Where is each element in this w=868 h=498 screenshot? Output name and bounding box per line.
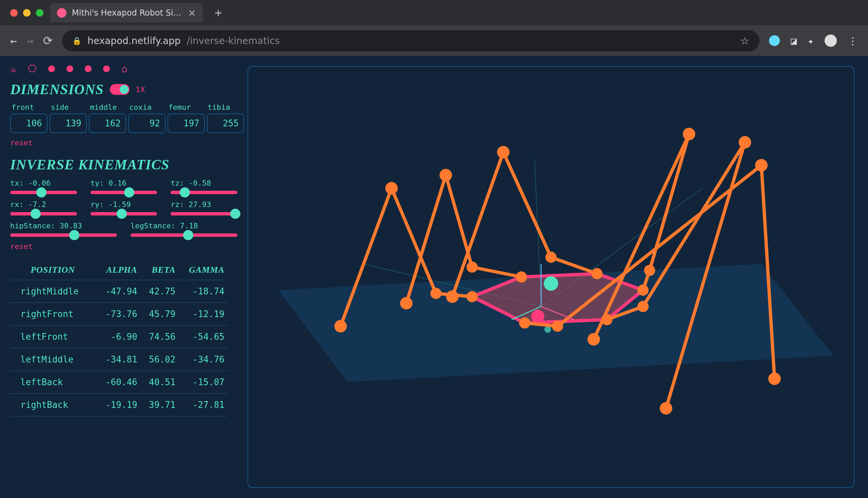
nav-dot[interactable] xyxy=(66,65,73,72)
svg-point-0 xyxy=(468,293,476,301)
close-window-icon[interactable] xyxy=(10,9,18,17)
svg-point-6 xyxy=(441,170,450,180)
slider-track-tx[interactable] xyxy=(10,191,77,194)
slider-thumb[interactable] xyxy=(36,187,47,197)
dimensions-title: Dimensions 1x xyxy=(10,81,237,97)
star-icon[interactable]: ☆ xyxy=(740,35,749,47)
dimensions-reset-link[interactable]: reset xyxy=(10,139,33,147)
url-input[interactable]: 🔒 hexapod.netlify.app/inverse-kinematics… xyxy=(62,30,760,52)
head-marker xyxy=(531,310,545,323)
nav-row: ☕ ⎔ ⌂ xyxy=(10,63,237,75)
col-alpha: alpha xyxy=(95,260,140,280)
github-icon[interactable]: ⎔ xyxy=(28,63,37,75)
svg-point-10 xyxy=(499,148,508,157)
browser-tab[interactable]: Mithi's Hexapod Robot Simulat × xyxy=(50,3,203,22)
svg-point-13 xyxy=(646,266,653,274)
svg-point-1 xyxy=(432,289,440,297)
extension-icon[interactable]: ◪ xyxy=(791,35,797,47)
slider-thumb[interactable] xyxy=(117,209,127,219)
nav-dot[interactable] xyxy=(48,65,55,72)
hexapod-svg xyxy=(248,67,854,487)
cell-beta: 40.51 xyxy=(140,371,178,394)
svg-point-11 xyxy=(448,292,457,301)
cell-gamma: -18.74 xyxy=(178,280,227,303)
svg-point-21 xyxy=(554,322,561,330)
dim-label-front: front xyxy=(12,103,41,112)
dim-input-front[interactable] xyxy=(10,114,48,133)
close-tab-icon[interactable]: × xyxy=(188,7,196,18)
minimize-window-icon[interactable] xyxy=(23,9,30,17)
slider-track-ry[interactable] xyxy=(90,212,157,215)
menu-icon[interactable]: ⋮ xyxy=(848,35,858,47)
nav-dot[interactable] xyxy=(103,65,110,72)
dim-input-femur[interactable] xyxy=(167,114,205,133)
new-tab-button[interactable]: + xyxy=(215,6,222,19)
dim-label-femur: femur xyxy=(168,103,199,112)
hexapod-3d-view[interactable] xyxy=(247,66,854,488)
col-beta: beta xyxy=(140,260,178,280)
slider-thumb[interactable] xyxy=(230,209,240,219)
forward-button[interactable]: → xyxy=(26,34,33,48)
table-row: leftFront-6.9074.56-54.65 xyxy=(10,326,227,348)
slider-row-translate: tx: -0.06 ty: 0.16 tz: -0.58 xyxy=(10,179,237,194)
table-row: leftMiddle-34.8156.02-34.76 xyxy=(10,348,227,371)
slider-ry: ry: -1.59 xyxy=(90,200,157,215)
dim-input-coxia[interactable] xyxy=(128,114,165,133)
cell-alpha: -47.94 xyxy=(95,280,140,303)
dim-input-side[interactable] xyxy=(50,114,87,133)
window-controls xyxy=(10,9,43,17)
profile-icon[interactable] xyxy=(825,35,837,47)
back-button[interactable]: ← xyxy=(10,34,17,48)
cell-beta: 45.79 xyxy=(140,303,178,326)
home-icon[interactable]: ⌂ xyxy=(122,63,127,75)
svg-point-18 xyxy=(740,137,749,147)
slider-track-legstance[interactable] xyxy=(130,233,237,237)
dim-input-middle[interactable] xyxy=(89,114,126,133)
nav-dot[interactable] xyxy=(85,65,91,72)
svg-point-4 xyxy=(518,273,525,281)
svg-point-23 xyxy=(770,374,779,383)
dim-input-tibia[interactable] xyxy=(207,114,244,133)
react-devtools-icon[interactable] xyxy=(769,35,780,46)
coffee-icon[interactable]: ☕ xyxy=(10,63,16,75)
reload-button[interactable]: ⟳ xyxy=(43,34,53,48)
extensions-puzzle-icon[interactable]: ✦ xyxy=(808,35,814,47)
svg-point-7 xyxy=(402,299,411,307)
slider-hipstance: hipStance: 30.83 xyxy=(10,222,117,237)
cell-gamma: -54.65 xyxy=(178,326,227,348)
slider-thumb[interactable] xyxy=(124,187,134,197)
cell-gamma: -15.07 xyxy=(178,371,227,394)
svg-point-19 xyxy=(662,404,671,413)
svg-point-14 xyxy=(685,129,694,139)
slider-row-rotate: rx: -7.2 ry: -1.59 rz: 27.93 xyxy=(10,200,237,215)
url-path: /inverse-kinematics xyxy=(187,35,280,47)
dimensions-multiplier: 1x xyxy=(136,86,145,94)
cell-position: rightBack xyxy=(10,394,95,416)
url-host: hexapod.netlify.app xyxy=(88,35,181,47)
cell-position: rightMiddle xyxy=(10,280,95,303)
cell-position: leftFront xyxy=(10,326,95,348)
browser-chrome: Mithi's Hexapod Robot Simulat × + ← → ⟳ … xyxy=(0,0,868,56)
slider-track-rz[interactable] xyxy=(170,212,237,215)
ik-reset-link[interactable]: reset xyxy=(10,242,33,251)
slider-track-rx[interactable] xyxy=(10,212,77,215)
slider-track-hipstance[interactable] xyxy=(10,233,117,237)
svg-point-9 xyxy=(547,253,555,261)
svg-point-20 xyxy=(521,319,528,327)
slider-track-ty[interactable] xyxy=(90,191,157,194)
dim-label-tibia: tibia xyxy=(207,103,237,112)
maximize-window-icon[interactable] xyxy=(36,9,43,17)
slider-thumb[interactable] xyxy=(69,230,79,240)
slider-thumb[interactable] xyxy=(183,230,193,240)
dimensions-toggle[interactable] xyxy=(110,84,129,95)
visualization-panel xyxy=(247,56,868,498)
cell-alpha: -34.81 xyxy=(95,348,140,371)
slider-thumb[interactable] xyxy=(180,187,190,197)
ground-marker xyxy=(545,326,551,333)
dimension-inputs xyxy=(10,114,237,133)
cell-beta: 42.75 xyxy=(140,280,178,303)
slider-rx: rx: -7.2 xyxy=(10,200,77,215)
slider-thumb[interactable] xyxy=(30,209,41,219)
col-gamma: gamma xyxy=(178,260,227,280)
slider-track-tz[interactable] xyxy=(170,191,237,194)
